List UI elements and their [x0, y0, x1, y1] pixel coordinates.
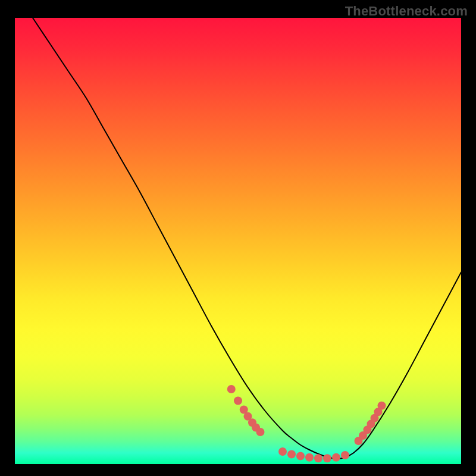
data-point [256, 428, 265, 436]
data-point [332, 453, 340, 462]
curve-svg [15, 18, 461, 464]
data-point [234, 397, 242, 405]
watermark-text: TheBottleneck.com [345, 4, 468, 19]
data-point [378, 402, 386, 410]
data-point [323, 454, 331, 462]
bottleneck-curve [33, 18, 461, 459]
chart-frame: TheBottleneck.com [0, 0, 476, 476]
data-point [296, 452, 305, 461]
data-point [227, 385, 236, 393]
data-point [314, 454, 322, 462]
data-point [305, 453, 314, 462]
data-points [227, 385, 386, 462]
plot-area [15, 18, 461, 464]
data-point [341, 451, 349, 459]
data-point [278, 447, 287, 456]
data-point [287, 450, 296, 459]
